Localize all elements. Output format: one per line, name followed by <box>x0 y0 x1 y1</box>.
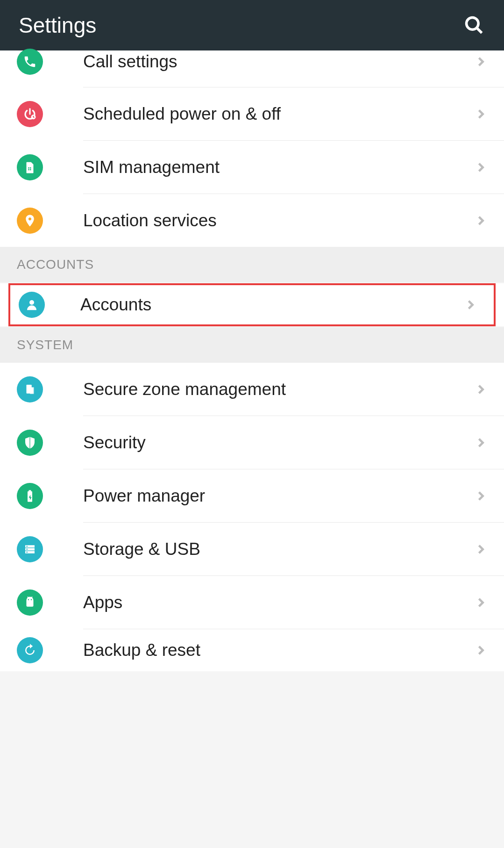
list-item-security[interactable]: Security <box>0 416 504 469</box>
svg-rect-5 <box>28 169 29 170</box>
power-clock-icon <box>17 101 43 127</box>
sim-icon <box>17 154 43 180</box>
list-item-backup-reset[interactable]: Backup & reset <box>0 629 504 671</box>
svg-point-0 <box>467 18 479 30</box>
person-icon <box>19 292 45 318</box>
chevron-right-icon <box>474 161 487 174</box>
svg-point-18 <box>31 599 32 600</box>
chevron-right-icon <box>474 214 487 227</box>
chevron-right-icon <box>474 644 487 657</box>
refresh-icon <box>17 637 43 663</box>
android-icon <box>17 589 43 616</box>
list-item-label: Power manager <box>83 486 474 506</box>
shield-icon <box>17 430 43 456</box>
list-item-call-settings[interactable]: Call settings <box>0 50 504 87</box>
svg-point-15 <box>27 548 28 550</box>
svg-point-14 <box>27 546 28 547</box>
section-header-system: SYSTEM <box>0 327 504 363</box>
list-item-label: Scheduled power on & off <box>83 104 474 124</box>
svg-rect-6 <box>30 169 31 170</box>
list-item-secure-zone[interactable]: Secure zone management <box>0 363 504 416</box>
svg-rect-10 <box>30 388 33 394</box>
list-item-storage-usb[interactable]: Storage & USB <box>0 523 504 575</box>
svg-point-16 <box>27 552 28 553</box>
app-header: Settings <box>0 0 504 50</box>
svg-point-7 <box>29 300 34 305</box>
list-item-label: Backup & reset <box>83 640 474 660</box>
chevron-right-icon <box>474 543 487 556</box>
svg-rect-3 <box>28 167 29 169</box>
list-item-label: Security <box>83 433 474 453</box>
list-item-label: Accounts <box>80 295 464 315</box>
chevron-right-icon <box>474 383 487 396</box>
chevron-right-icon <box>474 489 487 503</box>
list-item-accounts[interactable]: Accounts <box>8 283 496 326</box>
list-item-label: Secure zone management <box>83 380 474 399</box>
battery-icon <box>17 483 43 509</box>
devices-icon <box>17 376 43 402</box>
list-item-scheduled-power[interactable]: Scheduled power on & off <box>0 87 504 140</box>
list-item-label: Apps <box>83 593 474 612</box>
list-item-apps[interactable]: Apps <box>0 576 504 629</box>
list-item-label: SIM management <box>83 158 474 177</box>
settings-group-accounts: Accounts <box>0 283 504 326</box>
list-item-location-services[interactable]: Location services <box>0 194 504 247</box>
settings-group-system: Secure zone management Security Power ma… <box>0 363 504 671</box>
page-title: Settings <box>19 13 96 38</box>
svg-rect-4 <box>30 167 31 169</box>
search-icon[interactable] <box>463 14 485 36</box>
chevron-right-icon <box>474 436 487 449</box>
list-item-power-manager[interactable]: Power manager <box>0 469 504 522</box>
svg-point-17 <box>28 599 29 600</box>
chevron-right-icon <box>474 596 487 609</box>
storage-icon <box>17 536 43 562</box>
location-icon <box>17 208 43 234</box>
section-header-accounts: ACCOUNTS <box>0 247 504 282</box>
chevron-right-icon <box>474 108 487 121</box>
chevron-right-icon <box>464 298 477 311</box>
svg-line-1 <box>477 28 482 33</box>
settings-group-device: Call settings Scheduled power on & off S… <box>0 50 504 247</box>
list-item-sim-management[interactable]: SIM management <box>0 141 504 194</box>
list-item-label: Call settings <box>83 52 474 72</box>
chevron-right-icon <box>474 55 487 68</box>
phone-icon <box>17 49 43 75</box>
list-item-label: Location services <box>83 211 474 230</box>
list-item-label: Storage & USB <box>83 539 474 559</box>
